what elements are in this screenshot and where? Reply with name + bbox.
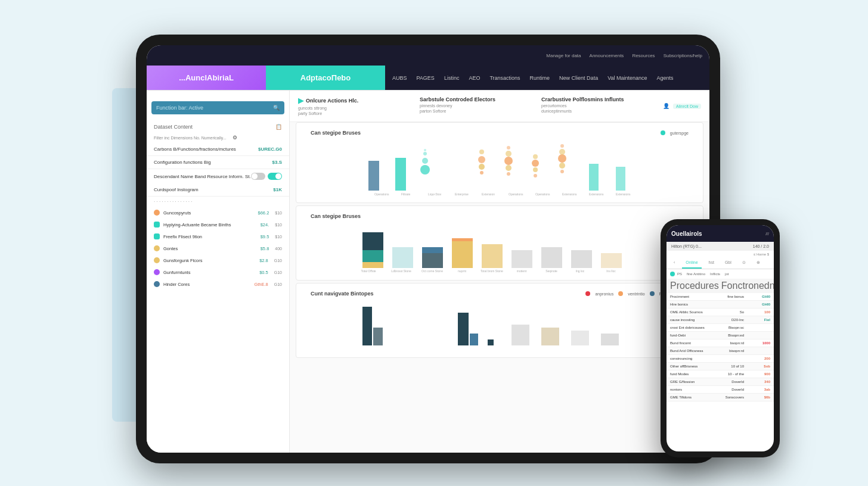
table-row-11[interactable]: GRE G/flossion Doverld 340 xyxy=(666,378,774,386)
svg-text:nupmt: nupmt xyxy=(458,269,467,273)
nav-transactions[interactable]: Transactions xyxy=(489,75,520,81)
dot-item-3: Freefix Flisect 9tion $9.5 $10 xyxy=(147,230,289,242)
svg-point-18 xyxy=(478,156,485,163)
dot-item-6: Gunfurmtunts $0.5 G10 xyxy=(147,266,289,278)
chart-box-2: Can stegipe Bruses xyxy=(296,205,703,281)
feature-item-2: Sarbstule Controded Electors pinnests de… xyxy=(420,96,534,116)
svg-rect-42 xyxy=(452,241,473,268)
feature-title-3: Crarbustive Polflosmins Influnts xyxy=(541,96,656,102)
phone-tab-back[interactable]: ‹ xyxy=(670,258,678,269)
table-row-13[interactable]: GME Tifidons Sonscovers $6b xyxy=(666,394,774,401)
svg-rect-43 xyxy=(452,238,473,241)
table-row-6[interactable]: Bund fincomt bsopn:rd 1000 xyxy=(666,339,774,347)
sidebar-item-1: Carbons B/Functions/fractions/mctures $U… xyxy=(147,143,289,156)
table-row-4[interactable]: crost Ent dobricouses Bisopn:sc xyxy=(666,324,774,332)
logo-right[interactable]: AdptacoΠebo xyxy=(266,66,385,90)
svg-point-31 xyxy=(558,154,566,163)
table-row-12[interactable]: nontors Doverld 3ab xyxy=(666,386,774,394)
svg-rect-39 xyxy=(392,247,413,268)
dashboard-main: ▶ Onlcure Actions Hlc. guncots sttrong p… xyxy=(290,91,709,453)
legend-dot-1 xyxy=(661,130,665,135)
legend-dot-ven xyxy=(618,291,623,296)
phone-table-body: Procimment fine bonus GHI0 Hire bonics G… xyxy=(666,293,774,451)
filter-icon[interactable]: ⚙ xyxy=(232,135,237,141)
online-dot xyxy=(670,272,675,276)
toggle-1[interactable] xyxy=(251,173,265,180)
svg-text:Extensions: Extensions xyxy=(616,192,631,196)
svg-rect-59 xyxy=(373,328,383,345)
nav-runtime[interactable]: Runtime xyxy=(530,75,550,81)
phone-tab-online[interactable]: Online xyxy=(682,258,701,269)
phone-screen: Ouellairols /// Hilton (RTG) 0... 140 / … xyxy=(666,225,774,451)
table-row-1[interactable]: Hire bonics GHI0 xyxy=(666,301,774,309)
toggle-2[interactable] xyxy=(268,173,282,180)
svg-rect-66 xyxy=(601,334,619,345)
nav-link-3[interactable]: Resources xyxy=(632,53,655,58)
table-row-0[interactable]: Procimment fine bonus GHI0 xyxy=(666,293,774,301)
svg-point-24 xyxy=(507,146,510,149)
svg-text:Seqinote: Seqinote xyxy=(545,269,557,273)
svg-text:Extensions: Extensions xyxy=(589,192,604,196)
svg-rect-34 xyxy=(589,164,599,191)
sidebar-toggle-row: Descendant Name Band Resource Inform. St… xyxy=(147,169,289,183)
sidebar-dots-separator: · · · · · · · · · · · · · · · xyxy=(147,197,289,207)
charts-area: Can stegipe Bruses guterspge Operations … xyxy=(290,122,709,453)
phone-tab-gbl[interactable]: Gbl xyxy=(721,258,735,269)
nav-aeo[interactable]: AEO xyxy=(469,75,480,81)
svg-point-13 xyxy=(422,158,428,164)
svg-rect-46 xyxy=(541,247,562,268)
svg-text:Extension: Extension xyxy=(482,192,495,196)
nav-aubs[interactable]: AUBS xyxy=(392,75,407,81)
table-row-9[interactable]: Other offBrisness 10 of 10 $ob xyxy=(666,363,774,370)
phone-tab-plus[interactable]: ⊕ xyxy=(753,258,764,269)
phone-tab-circle[interactable]: ⊙ xyxy=(739,258,749,269)
chart2-svg: Total Offste Ldbrosst Stone Oct come Sto… xyxy=(302,220,697,274)
table-row-8[interactable]: constrouncing 200 xyxy=(666,355,774,363)
tablet-device: Manage for data Announcements Resources … xyxy=(136,35,720,463)
svg-rect-35 xyxy=(616,167,625,191)
nav-listinc[interactable]: Listinc xyxy=(444,75,460,81)
nav-link-1[interactable]: Manage for data xyxy=(546,53,581,58)
feature-title-2: Sarbstule Controded Electors xyxy=(420,96,534,102)
search-icon: 🔍 xyxy=(273,105,280,111)
logo-left[interactable]: ...AunclAbiriaL xyxy=(147,66,266,90)
dot-yellow2-icon xyxy=(154,257,160,263)
svg-rect-36 xyxy=(362,232,383,250)
table-row-7[interactable]: Bund Arid Officsness bisopn:rd xyxy=(666,347,774,355)
nav-val-maintenance[interactable]: Val Maintenance xyxy=(607,75,647,81)
svg-rect-11 xyxy=(395,158,406,191)
dot-teal2-icon xyxy=(154,233,160,239)
nav-link-2[interactable]: Announcements xyxy=(590,53,624,58)
svg-rect-63 xyxy=(512,325,529,345)
svg-point-22 xyxy=(504,157,513,165)
svg-rect-64 xyxy=(541,328,559,345)
sidebar-search[interactable]: Function bar: Active 🔍 xyxy=(151,101,284,114)
nav-agents[interactable]: Agents xyxy=(657,75,674,81)
table-row-10[interactable]: fund Modes 10 - of the 900 xyxy=(666,370,774,378)
svg-point-25 xyxy=(534,174,537,177)
svg-text:Operations: Operations xyxy=(374,192,389,196)
nav-client-data[interactable]: New Client Data xyxy=(559,75,598,81)
phone-tab-hst[interactable]: hst xyxy=(705,258,718,269)
copy-icon[interactable]: 📋 xyxy=(275,124,282,130)
content-area: Function bar: Active 🔍 Dataset Content 📋… xyxy=(147,91,709,453)
nav-pages[interactable]: PAGES xyxy=(417,75,435,81)
svg-rect-45 xyxy=(512,250,532,268)
chart1-header: Can stegipe Bruses guterspge xyxy=(302,126,697,137)
table-row-3[interactable]: cause incosting D20-Inc Fiel xyxy=(666,316,774,324)
dot-purple-icon xyxy=(154,269,160,275)
chart3-header: Cunt navigvate Bintopes anpronius ventri… xyxy=(302,287,697,298)
svg-rect-40 xyxy=(422,253,443,268)
svg-text:Extensions: Extensions xyxy=(562,192,577,196)
filter-label: Filter inc Dimensions No. Numerically... xyxy=(154,136,227,140)
svg-text:Ldbrosst Stone: Ldbrosst Stone xyxy=(391,269,411,273)
chart3-svg xyxy=(302,298,697,351)
table-row-2[interactable]: OME Aliblic Sournos So 100 xyxy=(666,309,774,316)
nav-link-4[interactable]: Subscriptions/help xyxy=(664,53,702,58)
feature-title-1: ▶ Onlcure Actions Hlc. xyxy=(298,96,413,105)
person-icon: 👤 xyxy=(663,103,669,109)
table-row-5[interactable]: fund-Debi Bisopn:ed xyxy=(666,332,774,339)
chart2-header: Can stegipe Bruses xyxy=(302,210,697,220)
svg-rect-58 xyxy=(362,307,372,345)
svg-text:Total Offste: Total Offste xyxy=(361,269,376,273)
